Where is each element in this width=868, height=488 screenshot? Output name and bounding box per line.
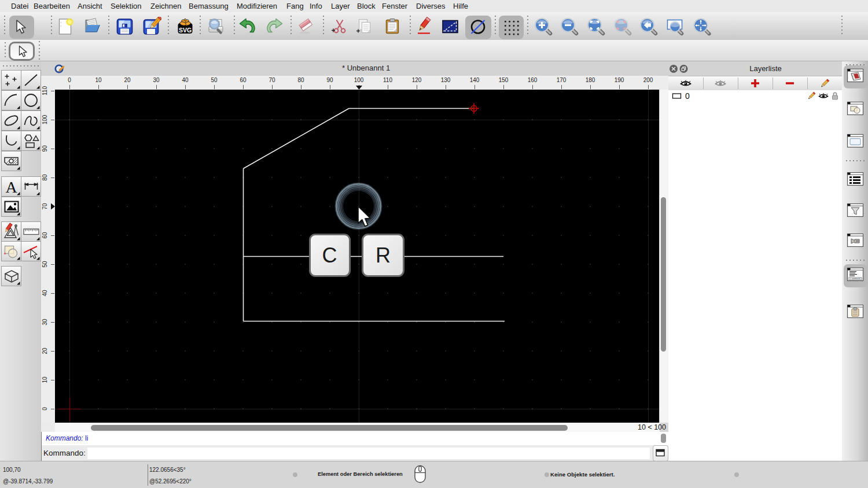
svg-text:0: 0: [42, 407, 48, 411]
svg-text:120: 120: [412, 77, 422, 83]
svg-text:10: 10: [95, 77, 102, 83]
svg-text:160: 160: [528, 77, 538, 83]
svg-text:90: 90: [326, 77, 333, 83]
svg-text:200: 200: [643, 77, 653, 83]
svg-text:180: 180: [586, 77, 595, 83]
svg-text:100: 100: [354, 77, 364, 83]
svg-text:130: 130: [441, 77, 451, 83]
svg-text:50: 50: [211, 77, 218, 83]
svg-text:30: 30: [42, 319, 48, 326]
svg-text:100: 100: [42, 114, 48, 124]
svg-text:60: 60: [42, 232, 48, 239]
svg-text:190: 190: [615, 77, 624, 83]
svg-text:20: 20: [42, 347, 48, 354]
svg-text:0: 0: [685, 91, 690, 101]
svg-text:80: 80: [42, 174, 48, 181]
svg-text:70: 70: [269, 77, 275, 83]
svg-text:110: 110: [42, 86, 48, 95]
svg-text:30: 30: [153, 77, 160, 83]
svg-text:150: 150: [499, 77, 509, 83]
svg-text:140: 140: [470, 77, 480, 83]
svg-text:40: 40: [182, 77, 189, 83]
svg-text:c command: c command: [850, 278, 860, 280]
svg-text:50: 50: [42, 261, 48, 268]
svg-text:90: 90: [42, 145, 48, 152]
svg-text:SVG: SVG: [179, 27, 192, 34]
svg-text:40: 40: [42, 290, 48, 297]
svg-text:Layerliste: Layerliste: [749, 64, 782, 73]
svg-text:70: 70: [42, 203, 48, 210]
svg-text:80: 80: [297, 77, 304, 83]
svg-text:A: A: [5, 178, 17, 196]
svg-text:0: 0: [68, 77, 71, 83]
svg-text:110: 110: [383, 77, 392, 83]
svg-text:10: 10: [42, 376, 48, 383]
svg-text:60: 60: [240, 77, 247, 83]
svg-text:20: 20: [124, 77, 131, 83]
svg-text:170: 170: [557, 77, 567, 83]
